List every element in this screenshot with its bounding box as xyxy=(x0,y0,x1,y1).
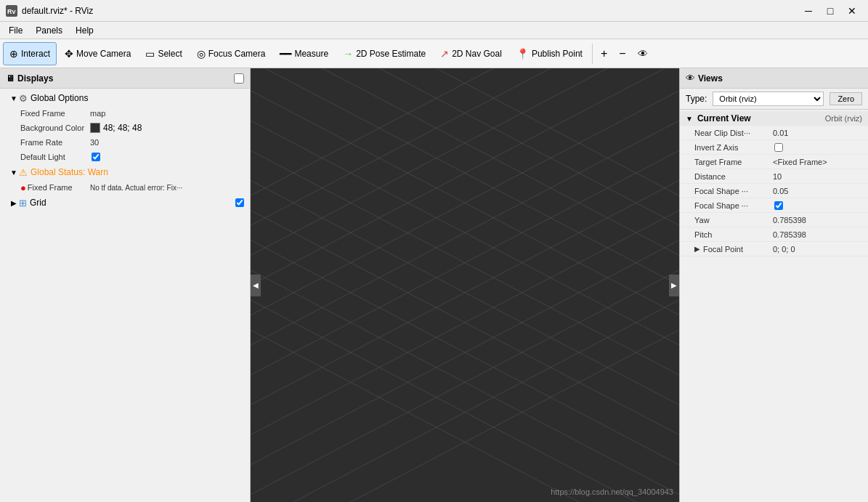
interact-icon: ⊕ xyxy=(9,48,18,60)
camera-view-button[interactable]: 👁 xyxy=(633,42,653,65)
select-button[interactable]: ▭ Select xyxy=(139,42,188,65)
views-type-select[interactable]: Orbit (rviz) xyxy=(713,92,824,106)
focal-shape-1-label: Focal Shape ··· xyxy=(686,187,773,195)
current-view-header[interactable]: ▼ Current View Orbit (rviz) xyxy=(680,111,868,126)
pose-estimate-button[interactable]: → 2D Pose Estimate xyxy=(336,42,432,65)
distance-value[interactable]: 10 xyxy=(773,172,782,181)
global-status-arrow[interactable]: ▼ xyxy=(9,169,19,177)
select-label: Select xyxy=(158,49,182,59)
grid-row[interactable]: ▶ ⊞ Grid xyxy=(0,195,250,211)
grid-checkbox[interactable] xyxy=(235,198,244,207)
window-title: default.rviz* - RViz xyxy=(22,6,93,16)
tree-area: ▼ ⚙ Global Options Fixed Frame map Backg… xyxy=(0,89,250,502)
focal-point-label: ▶ Focal Point xyxy=(686,245,773,254)
move-camera-button[interactable]: ✥ Move Camera xyxy=(58,42,137,65)
publish-point-button[interactable]: 📍 Publish Point xyxy=(510,42,589,65)
global-options-row[interactable]: ▼ ⚙ Global Options xyxy=(0,90,250,106)
displays-checkbox[interactable] xyxy=(234,73,244,84)
grid-label: Grid xyxy=(30,198,235,208)
toolbar-separator xyxy=(592,44,593,64)
focal-shape-2-label: Focal Shape ··· xyxy=(686,201,773,210)
pitch-value[interactable]: 0.785398 xyxy=(773,230,806,239)
frame-rate-label: Frame Rate xyxy=(3,138,90,147)
publish-icon: 📍 xyxy=(516,48,529,60)
global-status-warning-icon: ⚠ xyxy=(19,167,28,178)
bg-color-value[interactable]: 48; 48; 48 xyxy=(90,123,142,133)
menu-bar: File Panels Help xyxy=(0,22,868,39)
bg-color-text: 48; 48; 48 xyxy=(103,123,142,133)
title-bar-left: Rv default.rviz* - RViz xyxy=(6,5,93,17)
default-light-checkbox[interactable] xyxy=(92,153,100,161)
near-clip-value[interactable]: 0.01 xyxy=(773,129,788,137)
frame-rate-value[interactable]: 30 xyxy=(90,138,99,147)
3d-viewport[interactable]: ◀ ▶ https://blog.csdn.net/qq_34004943 xyxy=(251,68,679,502)
focal-shape-2-checkbox[interactable] xyxy=(774,201,783,210)
global-status-label: Global Status: Warn xyxy=(31,167,247,177)
menu-file[interactable]: File xyxy=(3,24,28,37)
remove-display-button[interactable]: − xyxy=(614,42,630,65)
window-controls: ─ □ ✕ xyxy=(798,3,862,19)
global-options-label: Global Options xyxy=(31,93,247,103)
near-clip-label: Near Clip Dist··· xyxy=(686,129,773,137)
publish-label: Publish Point xyxy=(532,49,583,59)
nav-icon: ↗ xyxy=(440,48,449,60)
pose-icon: → xyxy=(343,48,353,60)
viewport-left-arrow[interactable]: ◀ xyxy=(251,275,261,296)
grid-icon: ⊞ xyxy=(19,198,27,209)
menu-panels[interactable]: Panels xyxy=(30,24,68,37)
target-frame-label: Target Frame xyxy=(686,158,773,166)
focal-point-row: ▶ Focal Point 0; 0; 0 xyxy=(680,242,868,256)
yaw-row: Yaw 0.785398 xyxy=(680,213,868,227)
views-type-label: Type: xyxy=(686,94,707,104)
viewport-right-arrow[interactable]: ▶ xyxy=(669,275,679,296)
interact-button[interactable]: ⊕ Interact xyxy=(3,42,57,65)
invert-z-checkbox[interactable] xyxy=(774,143,783,152)
error-circle-icon: ● xyxy=(20,182,26,193)
near-clip-row: Near Clip Dist··· 0.01 xyxy=(680,126,868,140)
pitch-row: Pitch 0.785398 xyxy=(680,227,868,242)
maximize-button[interactable]: □ xyxy=(820,3,840,19)
move-camera-icon: ✥ xyxy=(65,48,73,60)
svg-text:Rv: Rv xyxy=(7,8,16,15)
app-icon: Rv xyxy=(6,5,17,17)
bg-color-label: Background Color xyxy=(3,124,90,132)
main-layout: 🖥 Displays ▼ ⚙ Global Options Fixed Fram… xyxy=(0,68,868,502)
displays-title: 🖥 Displays xyxy=(6,73,53,84)
focal-shape-1-row: Focal Shape ··· 0.05 xyxy=(680,184,868,198)
global-options-arrow[interactable]: ▼ xyxy=(9,94,19,102)
current-view-section: ▼ Current View Orbit (rviz) Near Clip Di… xyxy=(680,110,868,258)
close-button[interactable]: ✕ xyxy=(842,3,862,19)
target-frame-value[interactable]: <Fixed Frame> xyxy=(773,158,827,166)
title-bar: Rv default.rviz* - RViz ─ □ ✕ xyxy=(0,0,868,22)
invert-z-row: Invert Z Axis xyxy=(680,140,868,155)
add-display-button[interactable]: + xyxy=(596,42,612,65)
global-options-gear-icon: ⚙ xyxy=(19,93,28,104)
menu-help[interactable]: Help xyxy=(70,24,100,37)
default-light-row: Default Light xyxy=(0,150,250,164)
fixed-frame-error-label: ● Fixed Frame xyxy=(3,182,90,193)
fixed-frame-value[interactable]: map xyxy=(90,109,105,118)
nav-goal-button[interactable]: ↗ 2D Nav Goal xyxy=(434,42,508,65)
focal-shape-1-value[interactable]: 0.05 xyxy=(773,187,788,195)
invert-z-label: Invert Z Axis xyxy=(686,143,773,152)
displays-header: 🖥 Displays xyxy=(0,68,250,89)
global-status-row[interactable]: ▼ ⚠ Global Status: Warn xyxy=(0,164,250,180)
views-type-row: Type: Orbit (rviz) Zero xyxy=(680,89,868,110)
move-camera-label: Move Camera xyxy=(76,49,131,59)
yaw-label: Yaw xyxy=(686,216,773,224)
focal-point-expand-icon[interactable]: ▶ xyxy=(694,245,700,253)
fixed-frame-error-value: No tf data. Actual error: Fix··· xyxy=(90,184,182,192)
frame-rate-row: Frame Rate 30 xyxy=(0,135,250,150)
measure-button[interactable]: ━━ Measure xyxy=(273,42,335,65)
focal-point-value[interactable]: 0; 0; 0 xyxy=(773,245,795,254)
select-icon: ▭ xyxy=(145,48,155,60)
nav-label: 2D Nav Goal xyxy=(452,49,502,59)
measure-icon: ━━ xyxy=(280,48,291,60)
minimize-button[interactable]: ─ xyxy=(798,3,819,19)
yaw-value[interactable]: 0.785398 xyxy=(773,216,806,224)
fixed-frame-label: Fixed Frame xyxy=(3,109,90,118)
focus-camera-button[interactable]: ◎ Focus Camera xyxy=(190,42,272,65)
views-zero-button[interactable]: Zero xyxy=(830,92,862,105)
grid-arrow[interactable]: ▶ xyxy=(9,199,19,207)
distance-label: Distance xyxy=(686,172,773,181)
